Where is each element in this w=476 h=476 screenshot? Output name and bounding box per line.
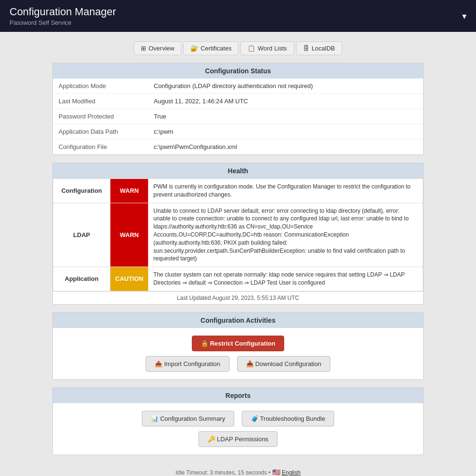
footer: Idle Timeout: 3 minutes, 15 seconds • 🇺🇸…	[52, 463, 424, 476]
localdb-icon: 🗄	[303, 45, 309, 52]
health-row: Configuration WARN PWM is currently in c…	[53, 179, 423, 203]
header-chevron-icon[interactable]: ▾	[462, 11, 466, 21]
config-status-row: Last Modified August 11, 2022, 1:46:24 A…	[53, 94, 423, 109]
health-row: LDAP WARN Unable to connect to LDAP serv…	[53, 203, 423, 267]
config-status-row-value: True	[148, 109, 423, 124]
config-summary-label: 📊 Configuration Summary	[151, 415, 225, 422]
restrict-configuration-button[interactable]: 🔒 Restrict Configuration	[192, 336, 285, 351]
config-status-row-label: Password Protected	[53, 109, 148, 124]
import-config-label: 📤 Import Configuration	[155, 360, 220, 367]
certificates-icon: 🔐	[190, 45, 198, 52]
health-row-label: Configuration	[53, 179, 110, 203]
reports-btn-row-1: 📊 Configuration Summary 🧳 Troubleshootin…	[60, 411, 416, 426]
config-status-table: Application Mode Configuration (LDAP dir…	[53, 79, 423, 155]
activities-btn-row: 📤 Import Configuration 📥 Download Config…	[60, 356, 416, 372]
activities-content: 🔒 Restrict Configuration 📤 Import Config…	[53, 328, 423, 379]
config-status-row: Application Data Path c:\pwm	[53, 124, 423, 139]
health-header: Health	[53, 163, 423, 178]
overview-icon: ⊞	[141, 45, 146, 52]
app-header: Configuration Manager Password Self Serv…	[0, 0, 476, 32]
config-status-row-value: Configuration (LDAP directory authentica…	[148, 79, 423, 94]
health-table: Configuration WARN PWM is currently in c…	[53, 178, 423, 291]
config-status-row-value: c:\pwm	[148, 124, 423, 139]
health-row-status: WARN	[110, 203, 149, 267]
health-row-description: PWM is currently in configuration mode. …	[149, 179, 423, 203]
flag-icon: 🇺🇸	[272, 468, 280, 476]
config-activities-section: Configuration Activities 🔒 Restrict Conf…	[52, 312, 424, 380]
tab-wordlists-label: Word Lists	[258, 45, 287, 52]
config-status-section: Configuration Status Application Mode Co…	[52, 63, 424, 155]
health-last-updated: Last Updated August 29, 2023, 5:55:13 AM…	[53, 291, 423, 304]
config-status-row: Password Protected True	[53, 109, 423, 124]
footer-separator: •	[268, 469, 272, 476]
configuration-summary-button[interactable]: 📊 Configuration Summary	[142, 411, 234, 426]
app-subtitle: Password Self Service	[10, 19, 116, 26]
import-configuration-button[interactable]: 📤 Import Configuration	[146, 356, 229, 372]
wordlists-icon: 📋	[248, 45, 255, 52]
idle-timeout-text: Idle Timeout: 3 minutes, 15 seconds	[176, 469, 267, 476]
ldap-permissions-label: 🔑 LDAP Permissions	[208, 436, 268, 443]
tab-localdb[interactable]: 🗄 LocalDB	[296, 41, 342, 55]
config-status-row-label: Configuration File	[53, 139, 148, 155]
troubleshooting-bundle-label: 🧳 Troubleshooting Bundle	[251, 415, 325, 422]
ldap-permissions-button[interactable]: 🔑 LDAP Permissions	[198, 431, 278, 447]
health-row: Application CAUTION The cluster system c…	[53, 267, 423, 291]
config-activities-header: Configuration Activities	[53, 313, 423, 328]
config-status-row-label: Application Data Path	[53, 124, 148, 139]
config-status-row: Configuration File c:\pwm\PwmConfigurati…	[53, 139, 423, 155]
restrict-config-label: 🔒 Restrict Configuration	[201, 340, 276, 347]
header-title-block: Configuration Manager Password Self Serv…	[10, 6, 116, 26]
config-status-row-value: August 11, 2022, 1:46:24 AM UTC	[148, 94, 423, 109]
config-status-row-label: Application Mode	[53, 79, 148, 94]
reports-header: Reports	[53, 388, 423, 403]
tab-overview-label: Overview	[149, 45, 174, 52]
health-row-description: The cluster system can not operate norma…	[149, 267, 423, 291]
health-row-status: CAUTION	[110, 267, 149, 291]
nav-tabs: ⊞ Overview 🔐 Certificates 📋 Word Lists 🗄…	[52, 41, 424, 55]
troubleshooting-bundle-button[interactable]: 🧳 Troubleshooting Bundle	[242, 411, 334, 426]
config-status-row-value: c:\pwm\PwmConfiguration.xml	[148, 139, 423, 155]
download-config-label: 📥 Download Configuration	[246, 360, 321, 367]
health-row-description: Unable to connect to LDAP server default…	[149, 203, 423, 267]
download-configuration-button[interactable]: 📥 Download Configuration	[237, 356, 330, 372]
tab-certificates-label: Certificates	[200, 45, 231, 52]
health-section: Health Configuration WARN PWM is current…	[52, 163, 424, 305]
tab-wordlists[interactable]: 📋 Word Lists	[240, 41, 294, 55]
reports-section: Reports 📊 Configuration Summary 🧳 Troubl…	[52, 387, 424, 455]
health-row-label: Application	[53, 267, 110, 291]
health-scroll-area[interactable]: Configuration WARN PWM is currently in c…	[53, 178, 423, 291]
config-status-header: Configuration Status	[53, 63, 423, 79]
config-status-row: Application Mode Configuration (LDAP dir…	[53, 79, 423, 94]
health-row-status: WARN	[110, 179, 149, 203]
app-title: Configuration Manager	[10, 6, 116, 18]
main-content: ⊞ Overview 🔐 Certificates 📋 Word Lists 🗄…	[48, 41, 428, 476]
tab-overview[interactable]: ⊞ Overview	[134, 41, 181, 55]
tab-certificates[interactable]: 🔐 Certificates	[183, 41, 238, 55]
reports-btn-row-2: 🔑 LDAP Permissions	[60, 431, 416, 447]
tab-localdb-label: LocalDB	[312, 45, 335, 52]
language-link[interactable]: English	[282, 469, 300, 476]
reports-content: 📊 Configuration Summary 🧳 Troubleshootin…	[53, 403, 423, 455]
config-status-row-label: Last Modified	[53, 94, 148, 109]
health-row-label: LDAP	[53, 203, 110, 267]
